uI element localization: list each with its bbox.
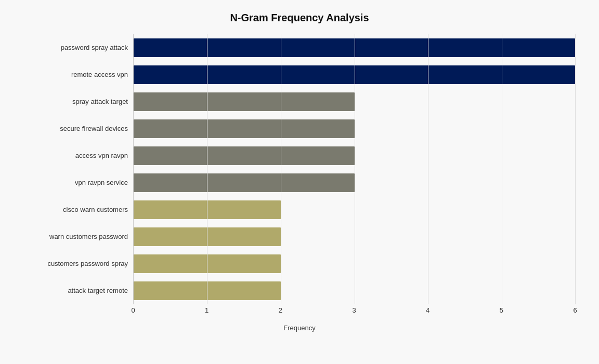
y-label: cisco warn customers xyxy=(24,196,128,223)
x-axis-title: Frequency xyxy=(24,324,575,332)
bar xyxy=(134,38,575,57)
bar xyxy=(134,200,281,219)
grid-line xyxy=(575,34,576,304)
y-label: password spray attack xyxy=(24,34,128,61)
bar-row xyxy=(134,88,575,115)
bar xyxy=(134,146,355,165)
y-label: spray attack target xyxy=(24,88,128,115)
x-axis-labels: 0123456 xyxy=(133,306,575,322)
y-label: remote access vpn xyxy=(24,61,128,88)
bar-row xyxy=(134,250,575,277)
bar-row xyxy=(134,142,575,169)
x-tick: 0 xyxy=(131,306,135,314)
bar-row xyxy=(134,115,575,142)
bar xyxy=(134,92,355,111)
x-tick: 6 xyxy=(573,306,577,314)
bar xyxy=(134,173,355,192)
bar xyxy=(134,281,281,300)
x-tick: 3 xyxy=(352,306,356,314)
x-axis-spacer xyxy=(24,306,133,322)
bar xyxy=(134,254,281,273)
bars-section: password spray attackremote access vpnsp… xyxy=(24,34,575,304)
bar-row xyxy=(134,61,575,88)
bar-row xyxy=(134,34,575,61)
bar xyxy=(134,119,355,138)
bar-row xyxy=(134,277,575,304)
chart-container: N-Gram Frequency Analysis password spray… xyxy=(14,2,585,363)
y-label: warn customers password xyxy=(24,223,128,250)
y-label: attack target remote xyxy=(24,277,128,304)
bar-row xyxy=(134,223,575,250)
y-labels: password spray attackremote access vpnsp… xyxy=(24,34,133,304)
x-tick: 2 xyxy=(279,306,282,314)
bar-row xyxy=(134,196,575,223)
bar xyxy=(134,227,281,246)
bar-row xyxy=(134,169,575,196)
y-label: secure firewall devices xyxy=(24,115,128,142)
x-tick: 4 xyxy=(426,306,429,314)
y-label: vpn ravpn service xyxy=(24,169,128,196)
y-label: access vpn ravpn xyxy=(24,142,128,169)
chart-area: password spray attackremote access vpnsp… xyxy=(24,34,575,332)
chart-title: N-Gram Frequency Analysis xyxy=(24,12,575,24)
x-axis-area: 0123456 xyxy=(24,306,575,322)
x-tick: 5 xyxy=(500,306,503,314)
x-tick: 1 xyxy=(205,306,209,314)
bar xyxy=(134,65,575,84)
y-label: customers password spray xyxy=(24,250,128,277)
plot-area xyxy=(133,34,575,304)
